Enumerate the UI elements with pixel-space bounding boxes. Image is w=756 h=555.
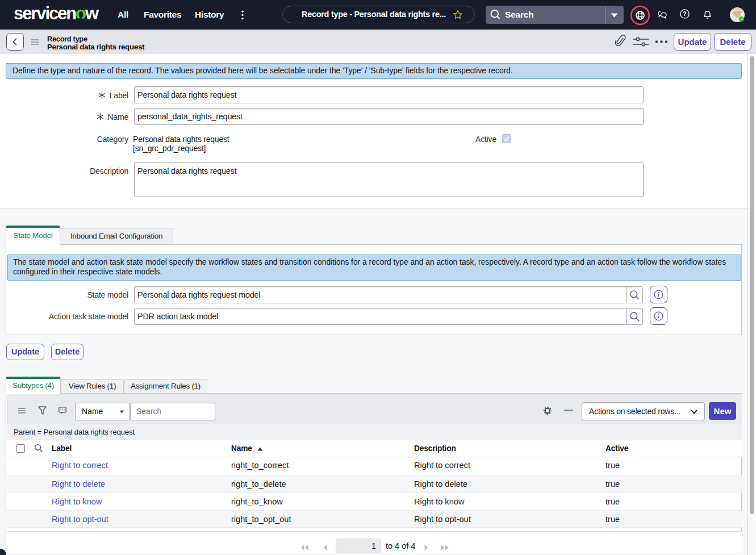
svg-text:?: ? — [683, 10, 686, 17]
